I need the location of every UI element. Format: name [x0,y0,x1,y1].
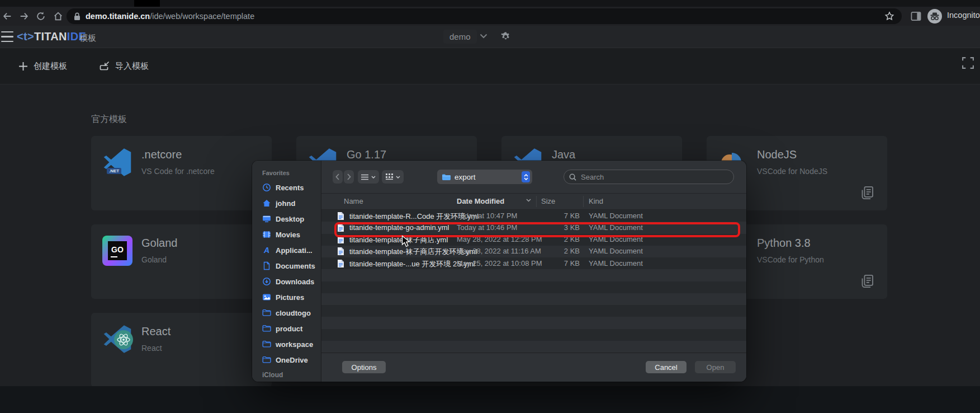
document-icon [262,261,271,270]
file-row[interactable]: titanide-template-R...Code 开发环境.ymlToday… [321,210,746,222]
folder-icon [262,325,271,332]
cancel-button[interactable]: Cancel [646,361,687,373]
sidebar-item-documents[interactable]: Documents [252,258,321,274]
dialog-footer: Options Cancel Open [321,353,746,382]
file-kind: YAML Document [589,212,643,220]
plus-icon [18,62,28,71]
incognito-label: Incognito [947,11,980,20]
file-size: 3 KB [533,223,580,232]
search-field[interactable] [564,170,734,184]
file-row[interactable]: titanide-template-...ue 开发环境 2S.ymlMay 2… [321,257,746,269]
import-template-button[interactable]: 导入模板 [100,61,149,72]
yaml-file-icon [337,247,344,256]
url-text: demo.titanide.cn/ide/web/workspace/templ… [86,12,254,21]
yaml-file-icon [337,212,344,220]
lock-icon [74,12,81,21]
template-card[interactable]: .NET.netcoreVS Code for .netcore [91,136,272,210]
template-card-subtitle: VSCode for Python [757,255,824,264]
open-file-dialog: Favorites RecentsjohndDesktopMoviesAAppl… [252,161,746,382]
nav-back-button[interactable] [333,170,343,184]
template-card[interactable]: ReactReact [91,313,272,387]
titanide-logo: <t>TITANIDE [17,30,86,43]
sidebar-item-label: cloudtogo [276,309,311,317]
options-button[interactable]: Options [342,361,386,373]
clock-icon [262,183,271,192]
template-card-title: Java [552,148,575,161]
menu-icon[interactable] [1,31,13,42]
file-kind: YAML Document [589,259,643,267]
section-title: 官方模板 [91,114,127,125]
yaml-file-icon [337,223,344,232]
incognito-avatar[interactable] [927,9,938,19]
browser-tab-strip [0,0,980,7]
page-title: 模板 [79,33,96,44]
file-row[interactable]: titanide-template-go-admin.ymlToday at 1… [321,222,746,233]
app-header: <t>TITANIDE 模板 demo [0,26,980,48]
workspace-selector[interactable]: demo [443,30,477,44]
template-card-subtitle: VS Code for .netcore [141,167,215,176]
file-row-empty [321,329,746,341]
file-kind: YAML Document [589,247,643,255]
template-card-title: React [141,325,171,338]
open-button[interactable]: Open [695,361,736,373]
browser-tab[interactable] [134,0,160,7]
column-kind[interactable]: Kind [589,197,603,205]
search-input[interactable] [580,172,728,182]
column-date-modified[interactable]: Date Modified [457,197,504,205]
sidebar-item-johnd[interactable]: johnd [252,195,321,211]
sidebar-item-label: Desktop [276,215,304,223]
folder-icon [442,173,451,181]
file-name: titanide-template-袜子商店.yml [349,235,448,245]
sort-chevron-icon[interactable] [526,199,531,202]
sidebar-item-cloudtogo[interactable]: cloudtogo [252,305,321,321]
file-row-empty [321,269,746,281]
download-icon [262,277,271,286]
yaml-file-icon [337,259,344,268]
home-icon[interactable] [53,11,63,21]
sidebar-item-recents[interactable]: Recents [252,180,321,195]
file-kind: YAML Document [589,223,643,232]
column-name[interactable]: Name [344,197,363,205]
gear-icon[interactable] [500,31,511,42]
column-size[interactable]: Size [541,197,555,205]
location-dropdown[interactable]: export [437,170,532,184]
file-list: titanide-template-R...Code 开发环境.ymlToday… [321,210,746,353]
template-card[interactable]: GOGolandGoland [91,224,272,299]
yaml-file-icon [337,235,344,244]
back-icon[interactable] [2,11,12,21]
dropdown-stepper-icon [522,171,530,182]
template-card-subtitle: Goland [141,255,178,264]
file-row[interactable]: titanide-template-袜子商店开发环境.ymlMay 28, 20… [321,246,746,257]
import-icon [100,61,110,71]
file-name: titanide-template-go-admin.yml [349,223,449,232]
forward-icon[interactable] [19,11,29,21]
sidebar-item-workspace[interactable]: workspace [252,336,321,352]
bookmark-star-icon[interactable] [884,11,894,21]
search-icon [569,173,576,181]
reload-icon[interactable] [36,11,46,21]
folder-icon [262,340,271,348]
sidebar-item-onedrive[interactable]: OneDrive [252,352,321,368]
template-card-subtitle: React [141,344,171,353]
sidebar-item-product[interactable]: product [252,321,321,336]
create-template-button[interactable]: 创建模板 [18,61,67,72]
sidebar-item-applicati-[interactable]: AApplicati... [252,242,321,258]
icloud-heading: iCloud [262,371,283,379]
url-bar[interactable]: demo.titanide.cn/ide/web/workspace/templ… [67,8,902,24]
side-panel-icon[interactable] [911,11,921,21]
dialog-main: export Name Date Modified Size Kind ti [321,161,746,382]
dialog-sidebar: Favorites RecentsjohndDesktopMoviesAAppl… [252,161,321,382]
sidebar-item-pictures[interactable]: Pictures [252,289,321,305]
vscode-netcore-icon: .NET [102,147,132,177]
sidebar-item-movies[interactable]: Movies [252,227,321,242]
sidebar-item-downloads[interactable]: Downloads [252,274,321,289]
group-view-button[interactable] [382,170,404,184]
list-view-button[interactable] [358,170,379,184]
goland-icon: GO [102,236,132,266]
nav-forward-button[interactable] [344,170,354,184]
sidebar-item-label: Documents [276,262,315,270]
chevron-down-icon[interactable] [480,34,487,39]
sidebar-item-label: Applicati... [276,246,313,255]
sidebar-item-desktop[interactable]: Desktop [252,211,321,227]
file-row[interactable]: titanide-template-袜子商店.ymlMay 28, 2022 a… [321,234,746,246]
